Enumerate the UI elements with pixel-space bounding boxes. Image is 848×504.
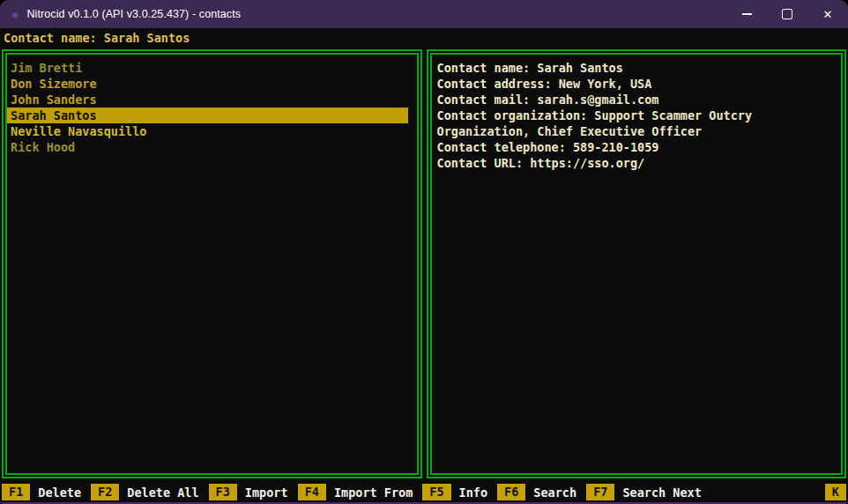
keybindings-more-key[interactable]: K — [825, 484, 846, 500]
keybinding-label: Delete — [38, 485, 81, 500]
main-panels: Jim BrettiDon SizemoreJohn SandersSarah … — [0, 49, 848, 478]
minimize-icon — [742, 13, 752, 15]
keybinding-key[interactable]: F6 — [497, 484, 525, 500]
keybinding-label: Import — [245, 485, 288, 500]
keybinding-entry: F4Import From — [298, 484, 413, 500]
app-icon: ❋ — [11, 8, 19, 20]
keybinding-label: Search — [533, 485, 576, 500]
contact-detail-line: Contact address: New York, USA — [437, 76, 842, 92]
contacts-list-panel: Jim BrettiDon SizemoreJohn SandersSarah … — [2, 49, 422, 478]
window-title: Nitrocid v0.1.0 (API v3.0.25.437) - cont… — [26, 8, 241, 20]
contact-list-item[interactable]: Sarah Santos — [7, 107, 408, 123]
keybinding-label: Import From — [334, 485, 413, 500]
keybinding-entry: F2Delete All — [91, 484, 199, 500]
keybinding-key[interactable]: F4 — [298, 484, 326, 500]
keybinding-entry: F5Info — [422, 484, 487, 500]
keybinding-entry: F7Search Next — [586, 484, 702, 500]
contact-list-item[interactable]: Rick Hood — [7, 139, 417, 155]
titlebar: ❋ Nitrocid v0.1.0 (API v3.0.25.437) - co… — [0, 0, 848, 28]
contact-list-item[interactable]: John Sanders — [7, 92, 417, 107]
contact-detail-line: Organization, Chief Executive Officer — [437, 123, 842, 139]
contact-detail-line: Contact organization: Support Scammer Ou… — [437, 107, 842, 123]
keybinding-key[interactable]: F7 — [586, 484, 614, 500]
selected-contact-header: Contact name: Sarah Santos — [0, 28, 848, 49]
contact-details-panel: Contact name: Sarah SantosContact addres… — [427, 49, 847, 478]
keybinding-entry: F6Search — [497, 484, 576, 500]
contact-list-item[interactable]: Jim Bretti — [7, 60, 417, 76]
keybinding-entry: F3Import — [209, 484, 288, 500]
keybinding-key[interactable]: F5 — [422, 484, 450, 500]
keybinding-key[interactable]: F1 — [2, 484, 30, 500]
keybinding-entry: F1Delete — [2, 484, 81, 500]
keybinding-label: Search Next — [622, 485, 701, 500]
contact-details: Contact name: Sarah SantosContact addres… — [432, 55, 842, 171]
contact-list: Jim BrettiDon SizemoreJohn SandersSarah … — [7, 55, 417, 155]
keybindings-statusbar: F1DeleteF2Delete AllF3ImportF4Import Fro… — [0, 482, 848, 502]
keybinding-key[interactable]: F2 — [91, 484, 119, 500]
maximize-icon — [782, 9, 792, 19]
contact-detail-line: Contact mail: sarah.s@gmail.com — [437, 92, 842, 107]
app-window: ❋ Nitrocid v0.1.0 (API v3.0.25.437) - co… — [0, 0, 848, 504]
contact-detail-line: Contact telephone: 589-210-1059 — [437, 139, 842, 155]
maximize-button[interactable] — [767, 0, 807, 28]
keybinding-key[interactable]: F3 — [209, 484, 237, 500]
keybinding-label: Info — [459, 485, 488, 500]
contact-list-item[interactable]: Neville Navasquillo — [7, 123, 417, 139]
contact-list-item[interactable]: Don Sizemore — [7, 76, 417, 92]
close-button[interactable]: ✕ — [807, 0, 848, 28]
keybinding-label: Delete All — [127, 485, 198, 500]
contact-detail-line: Contact URL: https://sso.org/ — [437, 155, 842, 171]
minimize-button[interactable] — [726, 0, 767, 28]
close-icon: ✕ — [823, 8, 833, 21]
window-controls: ✕ — [726, 0, 848, 28]
contact-detail-line: Contact name: Sarah Santos — [437, 60, 842, 76]
